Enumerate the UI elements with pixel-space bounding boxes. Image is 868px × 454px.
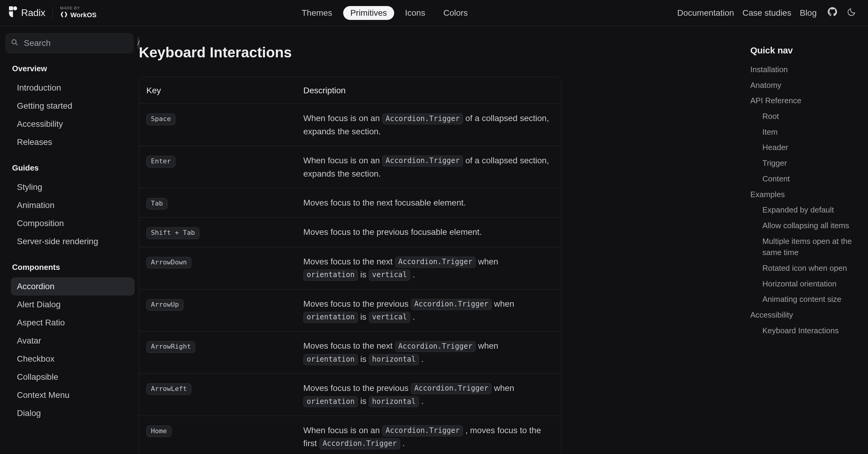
primary-nav-item[interactable]: Primitives <box>343 6 394 20</box>
sidebar-item[interactable]: Avatar <box>11 332 134 350</box>
radix-logo-icon <box>8 6 18 19</box>
secondary-nav-item[interactable]: Blog <box>796 8 821 18</box>
quick-nav-item[interactable]: Anatomy <box>750 80 856 91</box>
sidebar-item[interactable]: Dialog <box>11 404 134 422</box>
quick-nav-item[interactable]: Root <box>750 111 856 122</box>
code-chip: Accordion.Trigger <box>411 299 492 310</box>
radix-logo[interactable]: Radix <box>8 6 45 19</box>
github-link[interactable] <box>825 5 840 21</box>
radix-wordmark: Radix <box>21 7 45 19</box>
desc-text: when <box>476 257 498 266</box>
sidebar-item[interactable]: Animation <box>11 196 134 214</box>
quick-nav-item[interactable]: Multiple items open at the same time <box>750 236 856 259</box>
primary-nav-item[interactable]: Themes <box>294 6 339 20</box>
desc-text: Moves focus to the next focusable elemen… <box>303 198 466 207</box>
sidebar-item[interactable]: Getting started <box>11 97 134 115</box>
table-key-cell: Enter <box>139 146 296 188</box>
theme-toggle[interactable] <box>844 5 860 21</box>
secondary-nav-item[interactable]: Documentation <box>673 8 738 18</box>
secondary-nav: DocumentationCase studiesBlog <box>673 8 821 18</box>
code-chip: horizontal <box>369 354 419 365</box>
sidebar-item[interactable]: Server-side rendering <box>11 233 134 250</box>
header-right: DocumentationCase studiesBlog <box>673 5 860 21</box>
primary-nav-item[interactable]: Icons <box>398 6 433 20</box>
table-key-cell: Home <box>139 416 296 454</box>
quick-nav-item[interactable]: Animating content size <box>750 294 856 305</box>
sidebar-item[interactable]: Composition <box>11 214 134 233</box>
code-chip: Accordion.Trigger <box>382 155 463 167</box>
table-desc-cell: Moves focus to the next Accordion.Trigge… <box>296 247 561 289</box>
desc-text: is <box>358 312 369 322</box>
desc-text: When focus is on an <box>303 156 382 165</box>
table-key-cell: ArrowUp <box>139 290 296 331</box>
table-key-cell: Shift + Tab <box>139 218 296 247</box>
sidebar-item[interactable]: Context Menu <box>11 386 134 404</box>
quick-nav-item[interactable]: Rotated icon when open <box>750 263 856 274</box>
quick-nav-item[interactable]: Horizontal orientation <box>750 278 856 290</box>
moon-icon <box>847 7 857 19</box>
quick-nav-item[interactable]: Content <box>750 173 856 185</box>
code-chip: horizontal <box>369 396 419 407</box>
table-desc-cell: Moves focus to the next Accordion.Trigge… <box>296 331 561 373</box>
secondary-nav-item[interactable]: Case studies <box>738 8 796 18</box>
sidebar-item[interactable]: Aspect Ratio <box>11 314 134 332</box>
table-row: HomeWhen focus is on an Accordion.Trigge… <box>139 416 561 454</box>
quick-nav-item[interactable]: Expanded by default <box>750 204 856 216</box>
quick-nav-title: Quick nav <box>750 45 856 56</box>
table-key-cell: Space <box>139 104 296 146</box>
workos-logo-icon <box>60 10 68 20</box>
table-desc-cell: Moves focus to the previous Accordion.Tr… <box>296 374 561 416</box>
primary-nav-item[interactable]: Colors <box>436 6 475 20</box>
desc-text: is <box>358 396 369 406</box>
quick-nav-item[interactable]: Keyboard Interactions <box>750 325 856 337</box>
workos-link[interactable]: MADE BY WorkOS <box>60 6 96 20</box>
kbd-chip: ArrowUp <box>146 299 184 311</box>
sidebar-item[interactable]: Styling <box>11 178 134 196</box>
quick-nav-item[interactable]: Examples <box>750 189 856 201</box>
sidebar-item[interactable]: Checkbox <box>11 350 134 368</box>
svg-line-3 <box>16 43 17 45</box>
quick-nav-item[interactable]: Accessibility <box>750 309 856 321</box>
quick-nav-item[interactable]: Allow collapsing all items <box>750 220 856 232</box>
svg-point-1 <box>13 6 17 10</box>
sidebar-item[interactable]: Introduction <box>11 79 134 97</box>
main-content: Keyboard Interactions KeyDescriptionSpac… <box>139 26 738 454</box>
code-chip: Accordion.Trigger <box>411 383 492 394</box>
kbd-chip: ArrowRight <box>146 341 195 353</box>
sidebar-item[interactable]: Collapsible <box>11 368 134 386</box>
kbd-chip: Enter <box>146 156 175 167</box>
sidebar-section: ComponentsAccordionAlert DialogAspect Ra… <box>5 263 133 422</box>
quick-nav-item[interactable]: Trigger <box>750 158 856 169</box>
sidebar-item[interactable]: Alert Dialog <box>11 296 134 314</box>
workos-wordmark: WorkOS <box>70 12 96 19</box>
quick-nav-item[interactable]: Item <box>750 126 856 138</box>
table-key-cell: ArrowLeft <box>139 374 296 416</box>
sidebar-item[interactable]: Accessibility <box>11 115 134 133</box>
desc-text: . <box>410 270 415 279</box>
desc-text: when <box>476 341 498 351</box>
table-header-cell: Description <box>296 77 561 103</box>
kbd-chip: ArrowDown <box>146 257 191 268</box>
table-header-row: KeyDescription <box>139 77 561 103</box>
kbd-chip: Tab <box>146 198 167 210</box>
primary-nav: ThemesPrimitivesIconsColors <box>104 6 666 20</box>
desc-text: Moves focus to the next <box>303 257 395 266</box>
desc-text: is <box>358 354 369 364</box>
desc-text: when <box>492 383 514 393</box>
sidebar-item[interactable]: Releases <box>11 133 134 151</box>
sidebar-section: GuidesStylingAnimationCompositionServer-… <box>5 163 133 250</box>
keyboard-table: KeyDescriptionSpaceWhen focus is on an A… <box>139 77 561 454</box>
kbd-chip: Home <box>146 426 172 437</box>
code-chip: vertical <box>369 270 410 281</box>
desc-text: Moves focus to the previous <box>303 383 411 393</box>
table-key-cell: ArrowRight <box>139 331 296 373</box>
quick-nav-item[interactable]: Header <box>750 142 856 153</box>
search-input[interactable] <box>23 38 132 48</box>
code-chip: Accordion.Trigger <box>382 114 463 125</box>
search-field[interactable]: / <box>5 33 133 53</box>
code-chip: vertical <box>369 312 410 323</box>
sidebar-item[interactable]: Accordion <box>11 277 134 296</box>
table-header-cell: Key <box>139 77 296 103</box>
quick-nav-item[interactable]: API Reference <box>750 95 856 107</box>
quick-nav-item[interactable]: Installation <box>750 64 856 75</box>
